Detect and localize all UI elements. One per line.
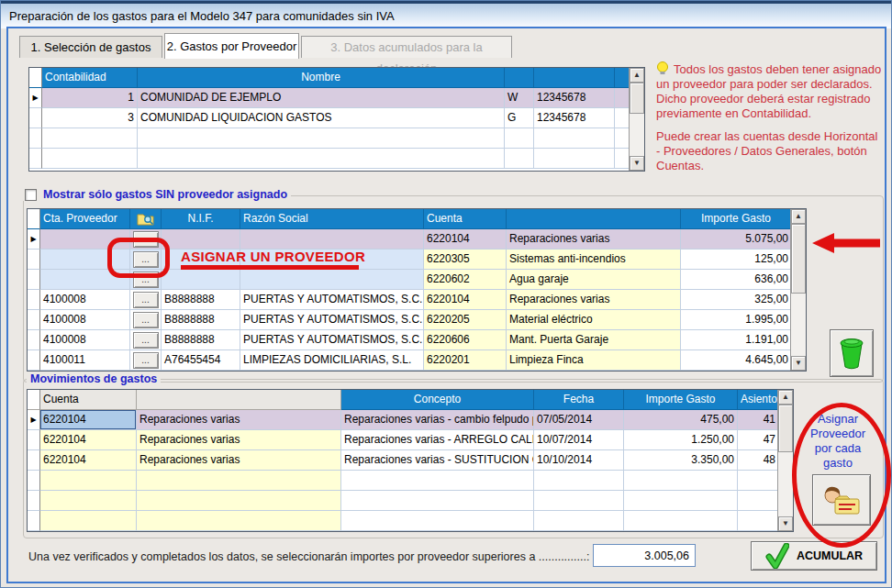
acumular-button[interactable]: ACUMULAR xyxy=(751,541,877,571)
cell-empty xyxy=(534,128,615,149)
cell-empty xyxy=(534,149,615,169)
expense-provider-row[interactable]: 4100008...B8888888PUERTAS Y AUTOMATISMOS… xyxy=(28,330,806,350)
movement-row-empty[interactable] xyxy=(28,491,793,511)
assign-provider-ellipsis-button[interactable]: ... xyxy=(133,352,159,369)
cell-empty xyxy=(138,149,505,169)
trash-icon xyxy=(837,336,866,371)
assign-provider-ellipsis-button[interactable]: ... xyxy=(133,332,159,349)
cell-razon-social xyxy=(240,270,424,290)
cell-empty xyxy=(624,471,738,491)
communities-table[interactable]: Contabilidad Nombre ▶1COMUNIDAD DE EJEMP… xyxy=(28,67,645,172)
movements-scrollbar[interactable]: ▲ ▼ xyxy=(777,390,793,531)
show-unassigned-checkbox[interactable] xyxy=(25,189,37,201)
community-row-empty[interactable] xyxy=(29,149,644,169)
expense-provider-row[interactable]: 4100008...B8888888PUERTAS Y AUTOMATISMOS… xyxy=(28,310,806,330)
expense-provider-row[interactable]: 4100011...A76455454LIMPIEZAS DOMICILIARI… xyxy=(28,350,806,371)
cell-empty xyxy=(534,471,624,491)
cell-descripcion: Reparaciones varias xyxy=(507,229,681,250)
movement-row-empty[interactable] xyxy=(28,471,793,491)
tab-gastos-por-proveedor[interactable]: 2. Gastos por Proveedor xyxy=(164,33,299,59)
cell-cuenta: 6220205 xyxy=(424,310,507,330)
assign-provider-ellipsis-button[interactable]: ... xyxy=(133,312,159,328)
scroll-down-icon[interactable]: ▼ xyxy=(778,516,793,531)
threshold-input[interactable] xyxy=(593,544,696,567)
annotation-underline xyxy=(181,265,359,270)
scroll-down-icon[interactable]: ▼ xyxy=(791,356,806,371)
movement-row-empty[interactable] xyxy=(28,511,793,531)
cell-asiento: 48 xyxy=(738,450,778,471)
cell-importe-gasto: 325,00 xyxy=(681,290,791,310)
tab-seleccion-de-gastos[interactable]: 1. Selección de gastos xyxy=(19,36,162,58)
cell-importe-gasto: 636,00 xyxy=(681,270,791,290)
assign-provider-ellipsis-button[interactable]: ... xyxy=(133,292,159,308)
cell-nombre: COMUNIDAD DE EJEMPLO xyxy=(138,88,505,108)
row-selector xyxy=(28,330,40,350)
scrollbar-thumb[interactable] xyxy=(791,224,806,294)
header-selector xyxy=(28,209,40,229)
row-selector xyxy=(28,450,40,471)
movements-header-row: Cuenta Concepto Fecha Importe Gasto Asie… xyxy=(28,390,793,410)
dialog-frame: 1. Selección de gastos 2. Gastos por Pro… xyxy=(6,27,886,583)
community-row[interactable]: 3COMUNIDAD LIQUIDACION GASTOSG12345678 xyxy=(29,108,644,128)
cell-cuenta: 6220104 xyxy=(424,229,507,250)
cell-asiento: 41 xyxy=(738,410,778,430)
cell-fecha: 10/07/2014 xyxy=(534,430,624,450)
window-title: Preparación de los gastos para el Modelo… xyxy=(1,1,891,28)
cell-cuenta: 6220305 xyxy=(424,250,507,270)
cell-asiento: 47 xyxy=(738,430,778,450)
cell-empty xyxy=(738,491,778,511)
row-selector xyxy=(28,250,40,270)
header-concepto: Concepto xyxy=(341,390,534,410)
scrollbar-thumb[interactable] xyxy=(778,405,793,452)
cell-cuenta: 6220104 xyxy=(424,290,507,310)
communities-scrollbar[interactable]: ▲ ▼ xyxy=(629,68,644,171)
movements-table[interactable]: Cuenta Concepto Fecha Importe Gasto Asie… xyxy=(27,389,794,532)
cell-empty xyxy=(738,511,778,531)
header-razon-social: Razón Social xyxy=(240,209,424,229)
annotation-circle-assign-button xyxy=(792,403,891,548)
header-selector xyxy=(29,68,42,88)
scroll-down-icon[interactable]: ▼ xyxy=(630,156,644,171)
cell-cta-proveedor: 4100011 xyxy=(40,350,130,371)
communities-header-row: Contabilidad Nombre xyxy=(29,68,644,88)
row-selector xyxy=(29,128,42,149)
scroll-up-icon[interactable]: ▲ xyxy=(791,209,806,224)
tab-datos-acumulados[interactable]: 3. Datos acumulados para la declaración xyxy=(301,36,512,58)
scroll-up-icon[interactable]: ▲ xyxy=(630,68,644,83)
community-row-empty[interactable] xyxy=(29,128,644,149)
cell-empty xyxy=(40,471,137,491)
cell-empty xyxy=(42,149,138,169)
row-selector xyxy=(28,270,40,290)
row-selector xyxy=(28,310,40,330)
cell-empty xyxy=(341,511,534,531)
header-selector xyxy=(28,390,40,410)
movement-row[interactable]: 6220104Reparaciones variasReparaciones v… xyxy=(28,450,793,471)
cell-empty xyxy=(534,491,624,511)
header-nombre: Nombre xyxy=(138,68,505,88)
cell-assign-button: ... xyxy=(130,290,162,310)
movement-row[interactable]: 6220104Reparaciones variasReparaciones v… xyxy=(28,430,793,450)
delete-button[interactable] xyxy=(830,329,874,377)
row-selector: ▶ xyxy=(28,229,40,250)
cell-descripcion: Agua garaje xyxy=(507,270,681,290)
community-row[interactable]: ▶1COMUNIDAD DE EJEMPLOW12345678 xyxy=(29,88,644,108)
cell-descripcion: Limpieza Finca xyxy=(507,350,681,371)
cell-cuenta: 6220104 xyxy=(40,410,137,430)
cell-importe-gasto: 1.995,00 xyxy=(681,310,791,330)
scroll-up-icon[interactable]: ▲ xyxy=(778,390,793,405)
row-selector: ▶ xyxy=(28,410,40,430)
scrollbar-thumb[interactable] xyxy=(630,83,644,114)
movement-row[interactable]: ▶6220104Reparaciones variasReparaciones … xyxy=(28,410,793,430)
providers-scrollbar[interactable]: ▲ ▼ xyxy=(790,209,806,371)
cell-importe-gasto: 1.250,00 xyxy=(624,430,738,450)
header-nif xyxy=(534,68,615,88)
expense-provider-row[interactable]: 4100008...B8888888PUERTAS Y AUTOMATISMOS… xyxy=(28,290,806,310)
cell-empty xyxy=(505,128,534,149)
providers-table[interactable]: Cta. Proveedor N.I.F. Razón Social Cuent… xyxy=(27,208,807,372)
filter-checkbox-row[interactable]: Mostrar sólo gastos SIN proveedor asigna… xyxy=(21,188,291,201)
cell-cta-proveedor: 4100008 xyxy=(40,290,130,310)
folder-search-icon xyxy=(130,209,162,229)
cell-descripcion: Reparaciones varias xyxy=(137,450,341,471)
cell-nif: B8888888 xyxy=(162,310,240,330)
cell-empty xyxy=(624,511,738,531)
